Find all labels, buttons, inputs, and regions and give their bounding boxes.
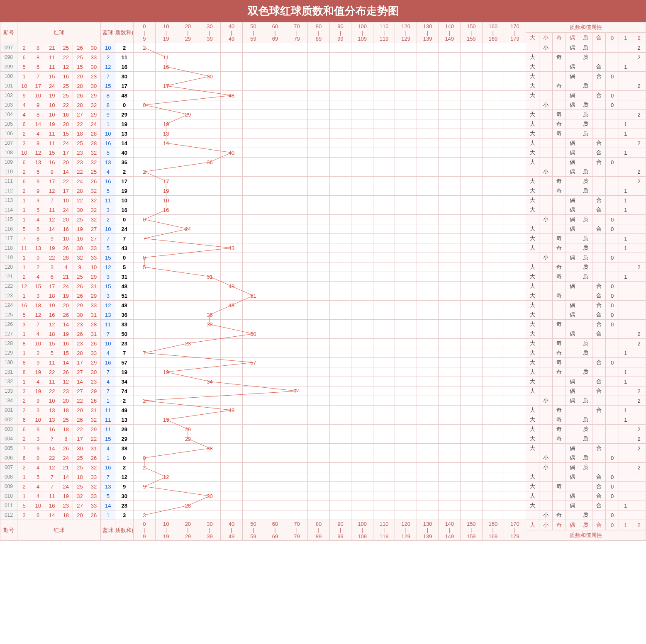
trend-table: 期号红球蓝球质数和值0|910|1920|2930|3940|4950|5960… <box>0 22 646 541</box>
table-row: 12881015162326102323大奇质2 <box>0 339 646 348</box>
table-row: 110269142225422小偶质2 <box>0 167 646 177</box>
table-row: 1308911141729165757大奇合0 <box>0 358 646 367</box>
table-row: 132141112142343434大偶合1 <box>0 377 646 386</box>
table-row: 11811131926303354343大奇质1 <box>0 243 646 253</box>
table-row: 010141119323353030大偶合0 <box>0 491 646 501</box>
table-row: 117789101627777大奇质1 <box>0 234 646 243</box>
table-row: 1342910202226122小偶质2 <box>0 396 646 406</box>
table-row: 00261013252632111313大奇质1 <box>0 415 646 425</box>
table-row: 1151412202532200小偶质0 <box>0 215 646 224</box>
table-row: 1056141920222411919大奇质1 <box>0 119 646 129</box>
table-row: 1034910222832800小偶质0 <box>0 100 646 110</box>
table-row: 1263712142328113333大奇合0 <box>0 320 646 329</box>
table-row: 1073911242528161414大偶合2 <box>0 139 646 148</box>
table-row: 0036916182229112929大奇质2 <box>0 425 646 434</box>
table-row: 12551216263031133636大偶合0 <box>0 310 646 320</box>
table-row: 005791426303143838大偶合2 <box>0 444 646 453</box>
table-row: 122121517242631154848大偶合0 <box>0 282 646 291</box>
table-row: 124161819202933124848大偶合0 <box>0 301 646 310</box>
table-row: 127141819263175050大偶合2 <box>0 329 646 339</box>
table-row: 101101724252830151717大奇质2 <box>0 81 646 91</box>
table-row: 112291217283251919大奇质1 <box>0 186 646 196</box>
table-row: 1116917222426161717大奇质2 <box>0 177 646 186</box>
table-row: 1029101925262984848大偶合0 <box>0 91 646 100</box>
table-row: 123131819262935151大奇合0 <box>0 291 646 301</box>
table-row: 01151016232733142828大偶合1 <box>0 501 646 510</box>
table-row: 0012313182031114949大奇合1 <box>0 406 646 415</box>
table-row: 09728212526301022小偶质2 <box>0 43 646 53</box>
table-row: 12012349101255大奇质2 <box>0 262 646 272</box>
table-row: 10961316202332133636大偶合0 <box>0 158 646 167</box>
table-row: 00815714183371212大偶合0 <box>0 472 646 482</box>
table-row: 1333192223272977474大偶合2 <box>0 386 646 396</box>
table-row: 129125152833477大奇质1 <box>0 348 646 358</box>
table-row: 098681122253321111大奇质2 <box>0 53 646 62</box>
table-row: 0066822242526100小偶质0 <box>0 453 646 463</box>
table-row: 1165614161927102424大偶合0 <box>0 224 646 234</box>
table-row: 12124621252933131大奇质1 <box>0 272 646 282</box>
table-row: 00724122125321622小偶质2 <box>0 463 646 472</box>
table-row: 100171516202373030大偶合0 <box>0 72 646 81</box>
page-title: 双色球红球质数和值分布走势图 <box>0 0 646 22</box>
table-row: 114151124303231616大偶合1 <box>0 205 646 215</box>
table-row: 11919222832331500小偶质0 <box>0 253 646 262</box>
table-row: 1318192226273071919大奇质1 <box>0 367 646 377</box>
table-row: 113137102232111010大偶合1 <box>0 196 646 205</box>
table-row: 0092472425321399大奇合0 <box>0 482 646 491</box>
table-row: 10810121517233254040大偶合1 <box>0 148 646 158</box>
table-row: 0995611121530121616大偶合1 <box>0 62 646 72</box>
table-row: 0123614182026133小奇质0 <box>0 510 646 520</box>
table-row: 00423781722152929大奇质2 <box>0 434 646 444</box>
table-row: 1062411151828101313大奇质1 <box>0 129 646 139</box>
table-row: 104481016272992929大奇质2 <box>0 110 646 119</box>
